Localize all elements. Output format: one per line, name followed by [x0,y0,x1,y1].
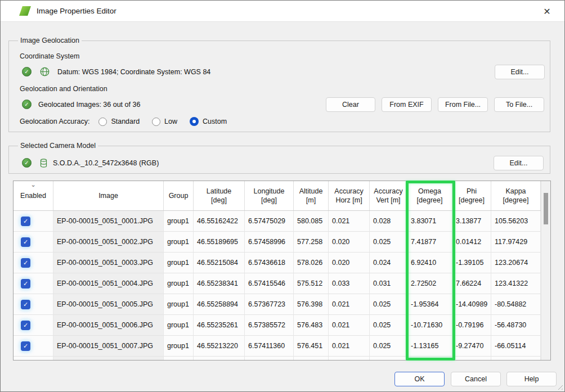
close-icon[interactable]: ✕ [537,4,557,19]
kappa-cell[interactable]: -66.05114 [491,336,541,357]
omega-cell[interactable]: -10.71630 [407,315,452,336]
alt-cell[interactable]: 575.512 [294,273,329,294]
table-vertical-scrollbar[interactable] [541,181,550,360]
image-cell[interactable]: EP-00-00015_0051_0006.JPG [53,315,164,336]
group-cell[interactable]: group1 [164,294,194,315]
image-cell[interactable]: EP-00-00015_0051_0007.JPG [53,336,164,357]
column-header-image[interactable]: Image [53,181,164,210]
lat-cell[interactable]: 46.55235261 [194,315,245,336]
group-cell[interactable]: group1 [164,253,194,273]
image-cell[interactable]: EP-00-00015_0051_0002.JPG [53,232,164,253]
omega-cell[interactable]: 3.83071 [407,211,452,232]
acc_v-cell[interactable]: 0.024 [370,253,407,273]
image-cell[interactable]: EP-00-00015_0051_0005.JPG [53,294,164,315]
omega-cell[interactable]: 2.72502 [407,273,452,294]
acc_h-cell[interactable]: 0.021 [329,336,370,357]
group-cell[interactable]: group1 [164,315,194,336]
lon-cell[interactable]: 6.57385572 [245,315,294,336]
cancel-button[interactable]: Cancel [451,372,501,386]
kappa-cell[interactable]: 123.41322 [491,273,541,294]
alt-cell[interactable]: 576.451 [294,336,329,357]
acc_h-cell[interactable]: 0.021 [329,211,370,232]
phi-cell[interactable]: -14.40989 [452,294,491,315]
acc_v-cell[interactable]: 0.025 [370,294,407,315]
omega-cell[interactable]: -1.13165 [407,336,452,357]
from-file-button[interactable]: From File... [438,97,488,112]
image-cell[interactable]: EP-00-00015_0051_0001.JPG [53,211,164,232]
lat-cell[interactable]: 46.55189695 [194,232,245,253]
phi-cell[interactable]: -0.79196 [452,315,491,336]
column-header-enabled[interactable]: ⌄Enabled [14,181,53,210]
alt-cell[interactable]: 576.398 [294,294,329,315]
accuracy-option-standard[interactable]: Standard [98,118,140,126]
acc_h-cell[interactable]: 0.021 [329,294,370,315]
phi-cell[interactable]: 7.66224 [452,273,491,294]
enabled-cell[interactable]: ✓ [14,232,53,253]
kappa-cell[interactable]: 123.20674 [491,253,541,273]
lat-cell[interactable]: 46.55258894 [194,294,245,315]
kappa-cell[interactable]: -80.54882 [491,294,541,315]
kappa-cell[interactable]: 105.56203 [491,211,541,232]
enabled-checkbox-icon[interactable]: ✓ [21,258,30,268]
alt-cell[interactable]: 576.483 [294,315,329,336]
phi-cell[interactable]: 3.13877 [452,211,491,232]
acc_h-cell[interactable]: 0.020 [329,253,370,273]
image-cell[interactable]: EP-00-00015_0051_0004.JPG [53,273,164,294]
acc_h-cell[interactable]: 0.033 [329,273,370,294]
enabled-cell[interactable]: ✓ [14,273,53,294]
column-header-longitude[interactable]: Longitude[deg] [245,181,294,210]
radio-standard-icon[interactable] [98,118,107,126]
ok-button[interactable]: OK [394,372,445,386]
omega-cell[interactable]: -1.95364 [407,294,452,315]
kappa-cell[interactable]: -56.48730 [491,315,541,336]
enabled-checkbox-icon[interactable]: ✓ [21,300,30,309]
alt-cell[interactable]: 577.258 [294,232,329,253]
acc_v-cell[interactable]: 0.031 [370,273,407,294]
sort-indicator-icon[interactable]: ⌄ [30,182,35,187]
enabled-cell[interactable]: ✓ [14,253,53,273]
clear-button[interactable]: Clear [326,97,375,112]
lat-cell[interactable]: 46.55238341 [194,273,245,294]
omega-cell[interactable]: 7.41877 [407,232,452,253]
acc_h-cell[interactable]: 0.020 [329,232,370,253]
to-file-button[interactable]: To File... [494,97,544,112]
alt-cell[interactable]: 578.026 [294,253,329,273]
column-header-accuracy_vert[interactable]: AccuracyVert [m] [370,181,407,210]
radio-custom-icon[interactable] [190,117,199,126]
enabled-cell[interactable]: ✓ [14,315,53,336]
radio-low-icon[interactable] [152,118,160,126]
column-header-omega[interactable]: Omega[degree] [407,181,452,210]
lon-cell[interactable]: 6.57458996 [245,232,294,253]
image-cell[interactable]: EP-00-00015_0051_0003.JPG [53,253,164,273]
lon-cell[interactable]: 6.57436618 [245,253,294,273]
acc_h-cell[interactable]: 0.021 [329,315,370,336]
lon-cell[interactable]: 6.57367723 [245,294,294,315]
column-header-latitude[interactable]: Latitude[deg] [194,181,245,210]
kappa-cell[interactable]: 117.97429 [491,232,541,253]
phi-cell[interactable]: -1.39105 [452,253,491,273]
group-cell[interactable]: group1 [164,336,194,357]
camera-edit-button[interactable]: Edit... [494,156,544,170]
acc_v-cell[interactable]: 0.025 [370,315,407,336]
column-header-phi[interactable]: Phi[degree] [452,181,491,210]
lon-cell[interactable]: 6.57475029 [245,211,294,232]
alt-cell[interactable]: 580.085 [294,211,329,232]
group-cell[interactable]: group1 [164,232,194,253]
phi-cell[interactable]: -9.27470 [452,336,491,357]
enabled-checkbox-icon[interactable]: ✓ [21,341,30,351]
enabled-checkbox-icon[interactable]: ✓ [21,279,30,289]
enabled-checkbox-icon[interactable]: ✓ [21,237,30,247]
scrollbar-thumb[interactable] [544,193,548,224]
resize-grip[interactable] [556,383,563,390]
lon-cell[interactable]: 6.57415546 [245,273,294,294]
enabled-cell[interactable]: ✓ [14,294,53,315]
group-cell[interactable]: group1 [164,211,194,232]
from-exif-button[interactable]: From EXIF [382,97,432,112]
enabled-cell[interactable]: ✓ [14,336,53,357]
acc_v-cell[interactable]: 0.028 [370,211,407,232]
acc_v-cell[interactable]: 0.025 [370,336,407,357]
accuracy-option-low[interactable]: Low [152,118,177,126]
column-header-group[interactable]: Group [164,181,194,210]
accuracy-option-custom[interactable]: Custom [190,117,227,126]
column-header-altitude[interactable]: Altitude[m] [294,181,329,210]
